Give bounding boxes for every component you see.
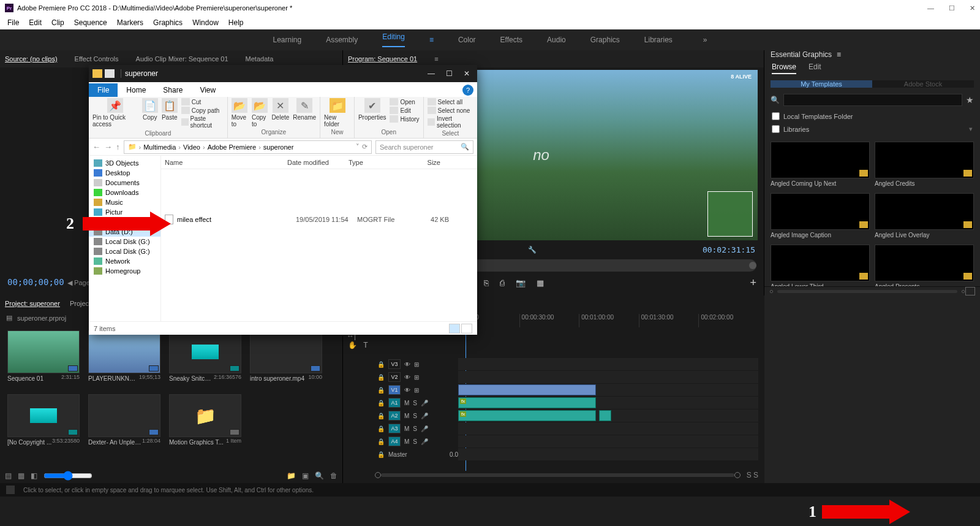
rename-button[interactable]: ✎Rename <box>293 98 316 121</box>
wrench-icon[interactable]: 🔧 <box>528 246 537 254</box>
tree-node[interactable]: Desktop <box>89 168 160 178</box>
favorites-icon[interactable]: ★ <box>966 95 974 105</box>
track-body[interactable] <box>458 358 758 370</box>
new-folder-button[interactable]: 📁New folder <box>324 98 350 128</box>
bin-item[interactable]: Sequence 012:31:15 <box>7 330 80 382</box>
list-view-icon[interactable]: ▤ <box>5 471 12 480</box>
ws-editing[interactable]: Editing <box>382 32 405 47</box>
copy-to-button[interactable]: 📂Copy to <box>252 98 268 128</box>
edit-button[interactable]: Edit <box>390 107 419 114</box>
trash-icon[interactable]: 🗑 <box>330 471 337 480</box>
tl-zoom-out[interactable] <box>375 472 381 478</box>
template-item[interactable]: Angled Coming Up Next <box>771 142 870 187</box>
libraries-check[interactable] <box>772 125 780 133</box>
tab-audio-mixer[interactable]: Audio Clip Mixer: Sequence 01 <box>136 55 228 63</box>
track-header[interactable]: 🔒V3👁⊞ <box>375 359 458 369</box>
nav-forward-icon[interactable]: → <box>104 142 112 151</box>
menu-graphics[interactable]: Graphics <box>148 18 187 27</box>
refresh-icon[interactable]: ⟳ <box>362 143 368 151</box>
zoom-out-icon[interactable]: ○ <box>769 288 774 295</box>
select-all-button[interactable]: Select all <box>428 98 473 105</box>
copy-button[interactable]: 📄Copy <box>142 98 158 121</box>
explorer-close[interactable]: ✕ <box>464 69 470 78</box>
track-body[interactable] <box>458 435 758 448</box>
template-item[interactable]: Angled Live Overlay <box>875 193 974 238</box>
tree-node[interactable]: Downloads <box>89 188 160 197</box>
menu-clip[interactable]: Clip <box>47 18 69 27</box>
track-header[interactable]: 🔒V1👁⊞ <box>375 385 458 395</box>
zoom-in-icon[interactable]: ○ <box>961 288 965 295</box>
track-header[interactable]: 🔒A4MS🎤 <box>375 436 458 446</box>
ws-overflow-icon[interactable]: » <box>703 36 707 44</box>
template-item[interactable]: Angled Presents <box>875 245 974 286</box>
add-marker-icon[interactable]: + <box>750 276 756 289</box>
delete-button[interactable]: ✕Delete <box>271 98 289 121</box>
col-name[interactable]: Name <box>165 159 287 166</box>
bin-item[interactable]: Sneaky Snitch ...2:16:36576 <box>169 330 241 382</box>
tab-metadata[interactable]: Metadata <box>246 55 274 63</box>
new-bin-icon[interactable]: 📁 <box>287 471 296 480</box>
thumbnails-view-icon[interactable] <box>461 324 472 334</box>
eg-menu-icon[interactable]: ≡ <box>837 50 841 59</box>
ws-libraries[interactable]: Libraries <box>644 36 673 44</box>
minimize-button[interactable]: — <box>927 4 934 12</box>
explorer-titlebar[interactable]: superoner — ☐ ✕ <box>89 65 477 82</box>
find-icon[interactable]: 🔍 <box>315 471 324 480</box>
file-row[interactable]: milea effect 19/05/2019 11:54 MOGRT File… <box>161 212 477 227</box>
history-button[interactable]: History <box>390 115 419 123</box>
bin-item[interactable]: intro superoner.mp410:00 <box>250 330 322 382</box>
eg-edit-tab[interactable]: Edit <box>809 63 821 74</box>
details-view-icon[interactable] <box>449 324 460 334</box>
ws-audio[interactable]: Audio <box>547 36 566 44</box>
thumb-zoom-slider[interactable] <box>43 471 92 481</box>
bin-item[interactable]: Dexter- An Unpleas...1:28:04 <box>88 394 160 446</box>
template-item[interactable]: Angled Credits <box>875 142 974 187</box>
paste-shortcut-button[interactable]: Paste shortcut <box>181 115 224 129</box>
timeline-zoom-slider[interactable] <box>381 473 734 477</box>
export-frame-icon[interactable]: 📷 <box>516 278 526 288</box>
extract-icon[interactable]: ⎙ <box>500 278 505 288</box>
project-tab[interactable]: Project: superoner <box>5 300 60 307</box>
explorer-search[interactable]: Search superoner 🔍 <box>375 140 473 154</box>
tree-node[interactable]: 3D Objects <box>89 158 160 168</box>
hand-tool-icon[interactable]: ✋ <box>347 340 358 351</box>
menu-markers[interactable]: Markers <box>112 18 148 27</box>
paste-button[interactable]: 📋Paste <box>162 98 178 121</box>
bin-item[interactable]: [No Copyright ...3:53:23580 <box>7 394 80 446</box>
file-explorer-window[interactable]: superoner — ☐ ✕ File Home Share View ? 📌… <box>89 65 477 335</box>
track-body[interactable]: fx <box>458 397 758 409</box>
local-templates-check[interactable] <box>772 112 780 120</box>
ribbon-tab-share[interactable]: Share <box>154 83 191 97</box>
eg-search-input[interactable] <box>783 94 962 106</box>
tree-node[interactable]: Homegroup <box>89 266 160 276</box>
menu-file[interactable]: File <box>2 18 24 27</box>
type-tool-icon[interactable]: T <box>360 340 371 351</box>
ws-learning[interactable]: Learning <box>273 36 301 44</box>
new-item-icon[interactable]: ▣ <box>302 471 309 480</box>
properties-button[interactable]: ✔Properties <box>358 98 386 121</box>
col-type[interactable]: Type <box>349 159 404 166</box>
libraries-dropdown-icon[interactable]: ▾ <box>969 125 973 133</box>
bin-item[interactable]: Motion Graphics T...1 Item <box>169 394 241 446</box>
maximize-button[interactable]: ☐ <box>949 4 955 12</box>
ws-editing-menu-icon[interactable]: ≡ <box>429 36 434 44</box>
menu-sequence[interactable]: Sequence <box>69 18 112 27</box>
breadcrumb-dropdown-icon[interactable]: ˅ <box>356 143 360 151</box>
lift-icon[interactable]: ⎘ <box>484 278 489 288</box>
timeline-ruler[interactable]: :00:00 00:00:30:00 00:01:00:00 00:01:30:… <box>459 314 758 327</box>
explorer-maximize[interactable]: ☐ <box>446 69 453 78</box>
icon-view-icon[interactable]: ▦ <box>18 471 24 480</box>
eg-my-templates[interactable]: My Templates <box>771 80 872 88</box>
select-none-button[interactable]: Select none <box>428 107 473 114</box>
cut-button[interactable]: Cut <box>181 98 224 105</box>
eg-zoom-slider[interactable] <box>777 290 958 293</box>
col-date[interactable]: Date modified <box>287 159 349 166</box>
copy-path-button[interactable]: Copy path <box>181 107 224 114</box>
ws-graphics[interactable]: Graphics <box>590 36 620 44</box>
template-item[interactable]: Angled Image Caption <box>771 193 870 238</box>
tree-node[interactable]: Local Disk (G:) <box>89 237 160 246</box>
template-item[interactable]: Angled Lower Third <box>771 245 870 286</box>
menu-edit[interactable]: Edit <box>24 18 47 27</box>
track-header[interactable]: 🔒A2MS🎤 <box>375 411 458 421</box>
invert-selection-button[interactable]: Invert selection <box>428 115 473 129</box>
